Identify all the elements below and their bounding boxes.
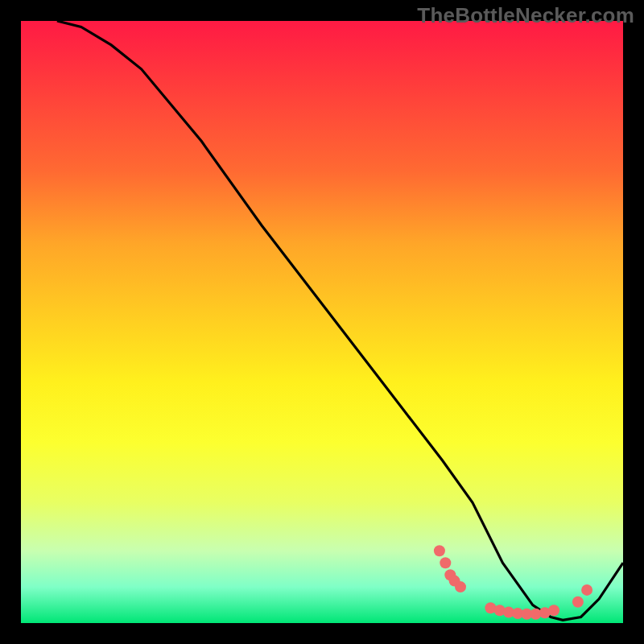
chart-frame: TheBottleNecker.com	[0, 0, 644, 644]
watermark-text: TheBottleNecker.com	[417, 3, 634, 28]
plot-area	[21, 21, 623, 623]
